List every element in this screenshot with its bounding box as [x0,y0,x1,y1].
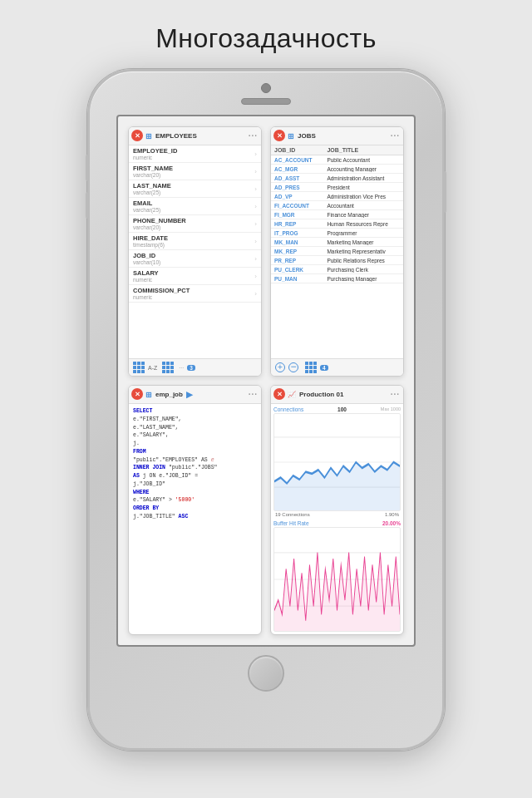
jobs-row-ac_mgr[interactable]: AC_MGRAccounting Manager [271,165,403,174]
jobs-window: ✕ ⊞ JOBS ··· JOB_ID JOB_TITLE AC_ACCOUNT… [270,126,404,377]
emp-job-close-button[interactable]: ✕ [131,388,143,400]
jobs-row-ac_account[interactable]: AC_ACCOUNTPublic Accountant [271,155,403,165]
connections-value: 100 [337,406,347,412]
jobs-col-job-title: JOB_TITLE [327,147,400,153]
page-title: Многозадачность [155,23,377,54]
phone-top [90,71,442,111]
jobs-row-ad_asst[interactable]: AD_ASSTAdministration Assistant [271,174,403,183]
emp-job-window: ✕ ⊞ emp_job ▶ ··· SELECT e."FIRST_NAME",… [128,385,262,635]
power-button[interactable] [442,171,446,213]
volume-down-button[interactable] [86,192,90,219]
jobs-grid-icon[interactable] [305,362,317,373]
jobs-table-icon: ⊞ [288,132,294,140]
connections-stat-right: 1.90% [385,512,399,517]
production-title: Production 01 [299,391,343,398]
buffer-section: Buffer Hit Rate 20.00% [273,520,401,632]
production-menu-dots[interactable]: ··· [391,390,400,399]
connections-section: Connections 100 Max 1000 [273,406,401,518]
jobs-close-button[interactable]: ✕ [273,130,285,141]
phone-screen: ✕ ⊞ EMPLOYEES ··· EMPLOYEE_ID numeric › [116,115,416,647]
emp-job-play-icon[interactable]: ▶ [186,390,193,399]
jobs-row-pu_clerk[interactable]: PU_CLERKPurchasing Clerk [271,265,403,274]
employees-az-label: A-Z [148,365,157,371]
jobs-menu-dots[interactable]: ··· [391,131,400,140]
jobs-row-hr_rep[interactable]: HR_REPHuman Resources Repre [271,219,403,229]
production-chart-area: Connections 100 Max 1000 [271,404,403,634]
jobs-row-mk_man[interactable]: MK_MANMarketing Manager [271,238,403,247]
jobs-footer: + − 4 [271,358,403,376]
phone-shell: ✕ ⊞ EMPLOYEES ··· EMPLOYEE_ID numeric › [87,69,445,751]
buffer-label: Buffer Hit Rate [273,520,309,526]
jobs-badge: 4 [320,365,328,371]
home-button[interactable] [248,655,284,692]
emp-field-job_id[interactable]: JOB_ID varchar(10) › [129,250,261,268]
emp-job-sql: SELECT e."FIRST_NAME", e."LAST_NAME", e.… [129,404,261,634]
emp-field-commission_pct[interactable]: COMMISSION_PCT numeric › [129,285,261,303]
jobs-data: JOB_ID JOB_TITLE AC_ACCOUNTPublic Accoun… [271,145,403,358]
jobs-titlebar: ⊞ JOBS ··· [271,127,403,145]
emp-field-last_name[interactable]: LAST_NAME varchar(25) › [129,180,261,198]
production-close-button[interactable]: ✕ [273,388,285,400]
employees-fields: EMPLOYEE_ID numeric › FIRST_NAME varchar… [129,145,261,358]
connections-label: Connections [273,406,303,412]
jobs-column-headers: JOB_ID JOB_TITLE [271,145,403,155]
buffer-label-row: Buffer Hit Rate 20.00% [273,520,401,526]
production-chart-icon: 📈 [288,391,296,398]
employees-table-icon: ⊞ [145,132,152,140]
volume-up-button[interactable] [86,155,90,181]
jobs-row-mk_rep[interactable]: MK_REPMarketing Representativ [271,247,403,256]
emp-job-title: emp_job [155,391,183,398]
emp-field-hire_date[interactable]: HIRE_DATE timestamp(6) › [129,233,261,250]
employees-footer: A-Z ··· 3 [129,358,261,376]
svg-marker-3 [274,462,400,510]
jobs-row-it_prog[interactable]: IT_PROGProgrammer [271,229,403,238]
emp-job-titlebar: ⊞ emp_job ▶ ··· [129,386,261,404]
jobs-add-button[interactable]: + [275,362,285,372]
production-titlebar: 📈 Production 01 ··· [271,386,403,404]
buffer-value: 20.00% [382,520,401,526]
emp-job-table-icon: ⊞ [145,391,152,399]
jobs-row-ad_pres[interactable]: AD_PRESPresident [271,183,403,192]
emp-job-menu-dots[interactable]: ··· [249,390,258,399]
jobs-remove-button[interactable]: − [288,362,298,372]
emp-field-salary[interactable]: SALARY numeric › [129,268,261,285]
emp-field-first_name[interactable]: FIRST_NAME varchar(20) › [129,163,261,180]
speaker-icon [241,98,291,105]
connections-stat-left: 19 Connections [275,512,310,517]
emp-field-email[interactable]: EMAIL varchar(25) › [129,198,261,215]
jobs-row-fi_mgr[interactable]: FI_MGRFinance Manager [271,210,403,219]
connections-chart [273,413,401,511]
employees-grid-icon [133,362,145,373]
buffer-chart [273,527,401,632]
employees-title: EMPLOYEES [155,132,197,140]
connections-label-row: Connections 100 Max 1000 [273,406,401,412]
employees-badge: 3 [187,365,195,371]
jobs-row-pr_rep[interactable]: PR_REPPublic Relations Repres [271,256,403,265]
employees-menu-dots[interactable]: ··· [249,131,258,140]
production-window: ✕ 📈 Production 01 ··· Connections 100 Ma… [270,385,404,635]
jobs-row-fi_account[interactable]: FI_ACCOUNTAccountant [271,201,403,210]
jobs-row-ad_vp[interactable]: AD_VPAdministration Vice Pres [271,192,403,201]
jobs-col-job-id: JOB_ID [274,147,327,153]
emp-field-employee_id[interactable]: EMPLOYEE_ID numeric › [129,145,261,163]
connections-max-label: Max 1000 [381,406,401,412]
jobs-row-pu_man[interactable]: PU_MANPurchasing Manager [271,274,403,283]
employees-table-footer-icon[interactable] [162,362,174,373]
employees-titlebar: ⊞ EMPLOYEES ··· [129,127,261,145]
connections-stat-row: 19 Connections 1.90% [273,511,401,518]
camera-icon [261,83,271,93]
employees-close-button[interactable]: ✕ [131,130,143,141]
jobs-title: JOBS [298,132,316,140]
emp-field-phone_number[interactable]: PHONE_NUMBER varchar(20) › [129,215,261,233]
employees-window: ✕ ⊞ EMPLOYEES ··· EMPLOYEE_ID numeric › [128,126,262,377]
employees-dots[interactable]: ··· [179,365,184,371]
